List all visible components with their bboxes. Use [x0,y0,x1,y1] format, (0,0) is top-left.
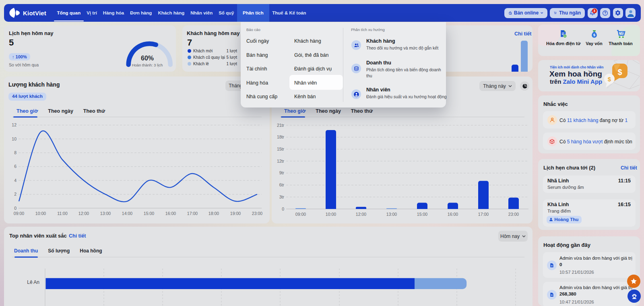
svg-text:12: 12 [12,122,17,127]
svg-text:14:00: 14:00 [122,211,132,216]
svg-text:0: 0 [14,206,17,211]
svg-text:$: $ [617,68,622,76]
svg-text:15:00: 15:00 [417,212,427,217]
svg-text:10: 10 [12,136,17,141]
svg-text:13:00: 13:00 [386,212,397,217]
svg-text:23:00: 23:00 [252,211,262,216]
svg-text:16:00: 16:00 [448,212,458,217]
svg-text:13:00: 13:00 [100,211,111,216]
svg-text:0: 0 [282,207,284,211]
svg-text:16:00: 16:00 [165,211,176,216]
svg-text:3tr: 3tr [279,194,285,199]
svg-text:17:00: 17:00 [478,212,489,217]
svg-text:23:00: 23:00 [508,212,519,217]
svg-text:18:00: 18:00 [208,211,219,216]
svg-text:$: $ [593,33,595,37]
svg-text:18tr: 18tr [277,134,285,139]
svg-text:4: 4 [14,178,17,183]
svg-text:19:00: 19:00 [230,211,241,216]
svg-text:8: 8 [14,150,17,155]
svg-text:17:00: 17:00 [187,211,198,216]
svg-text:10:00: 10:00 [35,211,46,216]
svg-text:15tr: 15tr [277,147,285,151]
svg-text:$: $ [608,76,611,83]
svg-text:K: K [621,31,623,35]
svg-text:11:00: 11:00 [57,211,68,216]
svg-text:12:00: 12:00 [78,211,89,216]
svg-text:15:00: 15:00 [144,211,154,216]
svg-text:09:00: 09:00 [14,211,24,216]
svg-text:10:00: 10:00 [326,212,336,217]
svg-text:21tr: 21tr [277,123,285,128]
svg-text:12tr: 12tr [277,159,285,163]
svg-text:Lê An: Lê An [27,279,39,285]
svg-text:9tr: 9tr [279,170,285,175]
svg-text:6: 6 [14,164,17,169]
svg-text:12:00: 12:00 [356,212,366,217]
svg-text:2: 2 [14,192,17,196]
svg-text:09:00: 09:00 [295,212,306,217]
svg-text:6tr: 6tr [279,182,285,187]
